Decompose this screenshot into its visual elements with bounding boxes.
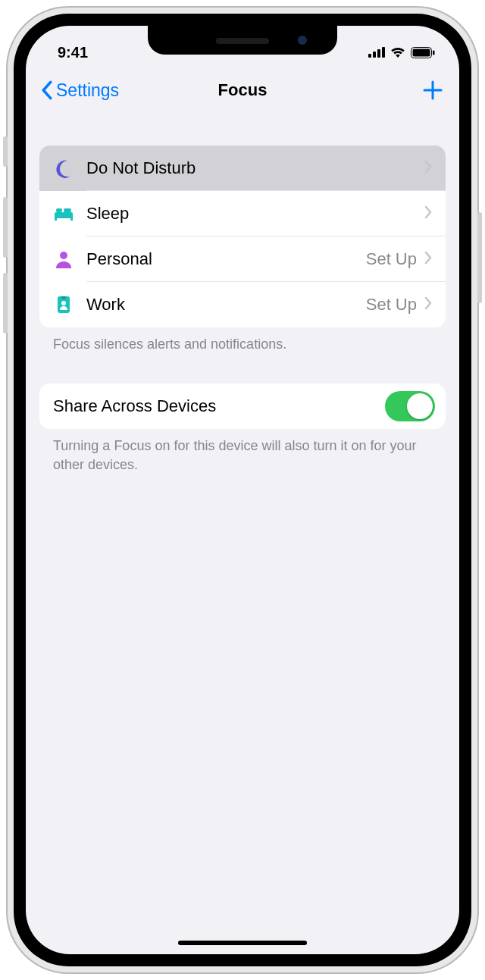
chevron-right-icon	[424, 251, 432, 268]
page-title: Focus	[218, 80, 268, 100]
status-time: 9:41	[58, 44, 88, 61]
nav-bar: Settings Focus	[26, 68, 459, 112]
focus-row-work[interactable]: Work Set Up	[39, 282, 446, 327]
svg-rect-11	[64, 208, 71, 212]
svg-rect-5	[413, 49, 430, 56]
focus-row-personal[interactable]: Personal Set Up	[39, 236, 446, 282]
back-label: Settings	[56, 80, 119, 101]
wifi-icon	[390, 46, 406, 58]
chevron-left-icon	[41, 80, 53, 100]
home-indicator[interactable]	[178, 941, 307, 945]
share-toggle[interactable]	[385, 391, 435, 421]
status-indicators	[368, 46, 435, 58]
svg-rect-2	[377, 49, 380, 58]
bed-icon	[53, 203, 86, 224]
row-detail: Set Up	[366, 295, 417, 315]
svg-rect-7	[55, 212, 73, 218]
share-across-devices-row: Share Across Devices	[39, 384, 446, 429]
focus-modes-group: Do Not Disturb Sleep	[39, 146, 446, 327]
share-label: Share Across Devices	[53, 396, 385, 416]
svg-rect-1	[373, 52, 376, 58]
cellular-icon	[368, 47, 385, 58]
row-detail: Set Up	[366, 249, 417, 269]
add-button[interactable]	[421, 79, 444, 102]
svg-rect-0	[368, 54, 371, 58]
chevron-right-icon	[424, 205, 432, 222]
focus-row-do-not-disturb[interactable]: Do Not Disturb	[39, 146, 446, 191]
row-label: Personal	[86, 249, 366, 269]
row-label: Do Not Disturb	[86, 158, 424, 178]
focus-group-footer: Focus silences alerts and notifications.	[39, 327, 446, 353]
svg-rect-3	[382, 47, 385, 58]
svg-rect-6	[433, 50, 435, 55]
person-icon	[53, 249, 86, 270]
svg-rect-10	[56, 208, 62, 212]
share-footer: Turning a Focus on for this device will …	[39, 429, 446, 474]
svg-rect-8	[55, 217, 57, 221]
share-group: Share Across Devices	[39, 384, 446, 429]
chevron-right-icon	[424, 160, 432, 177]
row-label: Sleep	[86, 204, 424, 224]
focus-row-sleep[interactable]: Sleep	[39, 191, 446, 236]
svg-point-15	[61, 301, 66, 305]
badge-icon	[53, 294, 86, 315]
svg-rect-9	[70, 217, 73, 221]
notch	[148, 26, 337, 55]
svg-rect-14	[61, 296, 66, 299]
back-button[interactable]: Settings	[41, 80, 119, 101]
battery-icon	[411, 47, 435, 58]
moon-icon	[53, 158, 86, 179]
plus-icon	[421, 79, 444, 102]
chevron-right-icon	[424, 296, 432, 313]
svg-point-12	[60, 252, 67, 259]
row-label: Work	[86, 295, 366, 315]
